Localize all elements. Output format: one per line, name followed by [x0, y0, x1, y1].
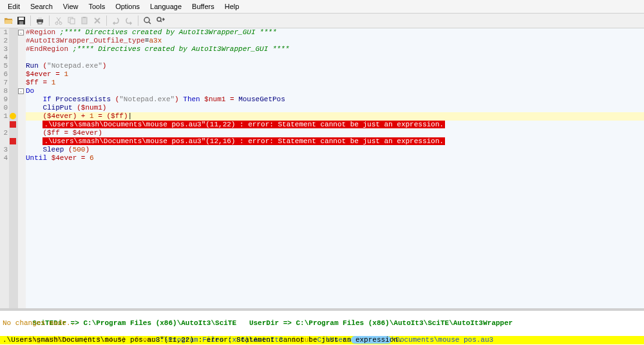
undo-icon[interactable]	[110, 15, 122, 26]
code-line[interactable]	[26, 54, 644, 62]
code-line[interactable]: .\Users\smash\Documents\mouse pos.au3"(1…	[26, 137, 644, 146]
svg-rect-1	[19, 17, 24, 20]
find-icon[interactable]	[142, 15, 153, 26]
output-pane[interactable]: SciTEDir => C:\Program Files (x86)\AutoI…	[0, 311, 644, 345]
code-line[interactable]: ClipPut ($num1)	[26, 104, 644, 112]
menu-bar: Edit Search View Tools Options Language …	[0, 0, 644, 14]
fold-toggle[interactable]: -	[18, 30, 24, 35]
marker-gutter[interactable]	[9, 28, 18, 308]
copy-icon[interactable]	[66, 15, 77, 26]
code-line[interactable]: .\Users\smash\Documents\mouse pos.au3"(1…	[26, 121, 644, 129]
toolbar-separator	[49, 15, 50, 26]
toolbar-separator	[30, 15, 31, 26]
fold-toggle[interactable]: -	[18, 88, 24, 94]
toolbar	[0, 14, 644, 28]
svg-point-12	[144, 17, 149, 23]
code-line[interactable]: #AutoIt3Wrapper_Outfile_type=a3x	[26, 37, 644, 45]
code-editor[interactable]: 12345678901234 -- #Region ;**** Directiv…	[0, 28, 644, 308]
find-next-icon[interactable]	[155, 15, 166, 26]
svg-rect-2	[19, 21, 23, 25]
menu-language[interactable]: Language	[145, 1, 187, 12]
redo-icon[interactable]	[123, 15, 135, 26]
open-icon[interactable]	[3, 15, 14, 26]
line-number-gutter: 12345678901234	[0, 28, 9, 308]
menu-tools[interactable]: Tools	[83, 1, 110, 12]
svg-rect-11	[83, 17, 86, 18]
delete-icon[interactable]	[91, 15, 103, 26]
svg-rect-4	[38, 17, 42, 19]
menu-search[interactable]: Search	[25, 1, 58, 12]
code-line[interactable]: If ProcessExists ("Notepad.exe") Then $n…	[26, 95, 644, 104]
code-line[interactable]: Until $4ever = 6	[26, 154, 644, 163]
toolbar-separator	[138, 15, 138, 26]
menu-edit[interactable]: Edit	[3, 1, 25, 12]
menu-buffers[interactable]: Buffers	[187, 1, 220, 12]
menu-help[interactable]: Help	[220, 1, 245, 12]
print-icon[interactable]	[34, 15, 46, 26]
code-line[interactable]: $ff = 1	[26, 79, 644, 87]
code-line[interactable]: #EndRegion ;**** Directives created by A…	[26, 45, 644, 54]
code-line[interactable]: Sleep (500)	[26, 146, 644, 154]
code-line[interactable]: ($ff = $4ever)	[26, 129, 644, 137]
svg-rect-5	[38, 22, 42, 24]
code-line[interactable]: Run ("Notepad.exe")	[26, 62, 644, 70]
svg-rect-10	[82, 17, 87, 24]
output-error-line[interactable]: .\Users\smash\Documents\mouse pos.au3"(1…	[0, 336, 644, 344]
save-icon[interactable]	[15, 15, 27, 26]
code-line[interactable]: #Region ;**** Directives created by Auto…	[26, 28, 644, 37]
svg-rect-9	[70, 19, 75, 24]
code-line[interactable]: Do	[26, 87, 644, 95]
menu-view[interactable]: View	[58, 1, 84, 12]
fold-gutter[interactable]: --	[18, 28, 26, 308]
code-line[interactable]: ($4ever) + 1 = ($ff)|	[26, 112, 644, 121]
code-line[interactable]: $4ever = 1	[26, 70, 644, 79]
paste-icon[interactable]	[79, 15, 90, 26]
toolbar-separator	[106, 15, 107, 26]
output-line: SciTEDir => C:\Program Files (x86)\AutoI…	[0, 311, 644, 319]
code-content[interactable]: #Region ;**** Directives created by Auto…	[26, 28, 644, 308]
output-line: nning AU3Check (3.3.14.5) from:C:\Progra…	[0, 328, 644, 336]
menu-options[interactable]: Options	[110, 1, 145, 12]
cut-icon[interactable]	[53, 15, 64, 26]
